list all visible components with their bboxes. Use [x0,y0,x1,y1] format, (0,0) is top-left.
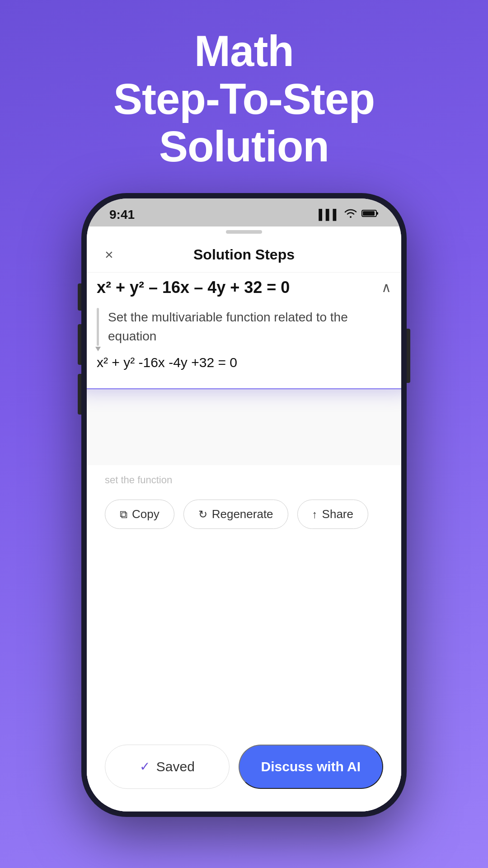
result-equation: x² + y² -16x -4y +32 = 0 [97,355,391,370]
expanded-equation: x² + y² – 16x – 4y + 32 = 0 [97,278,290,297]
status-icons: ▌▌▌ [319,208,379,221]
copy-icon: ⧉ [120,508,127,521]
phone-side-volume-up [78,324,81,365]
saved-button[interactable]: ✓ Saved [105,745,230,789]
explanation-block: Set the multivariable function related t… [97,308,391,346]
below-card-label: set the function [105,474,383,491]
bottom-buttons: ✓ Saved Discuss with AI [87,731,401,811]
phone-side-volume-silent [78,283,81,311]
action-buttons: ⧉ Copy ↻ Regenerate ↑ Share [105,500,383,529]
regenerate-label: Regenerate [212,507,273,521]
status-time: 9:41 [109,208,135,222]
share-label: Share [322,507,353,521]
sheet-content: × Solution Steps x² + y² -16x -4y +32 = … [87,237,401,811]
pill-notch [87,226,401,237]
expanded-card: x² + y² – 16x – 4y + 32 = 0 ∧ Set the mu… [87,273,401,389]
regenerate-button[interactable]: ↻ Regenerate [183,500,288,529]
phone-inner: 9:41 ▌▌▌ [87,198,401,811]
copy-button[interactable]: ⧉ Copy [105,500,174,529]
regenerate-icon: ↻ [198,508,207,521]
discuss-ai-button[interactable]: Discuss with AI [239,745,383,789]
steps-area: x² + y² -16x -4y +32 = 0 ∨ set the funct… [87,273,401,466]
wifi-icon [344,208,357,221]
check-icon: ✓ [140,759,150,774]
close-button[interactable]: × [105,246,113,263]
saved-label: Saved [156,759,195,774]
svg-rect-2 [376,212,378,215]
phone-side-volume-down [78,374,81,415]
pill [226,230,262,234]
copy-label: Copy [132,507,160,521]
phone-side-power [407,329,410,383]
content-spacer [87,538,401,731]
battery-icon [361,209,379,221]
page-title: Math Step-To-Step Solution [86,27,402,170]
signal-icon: ▌▌▌ [319,209,340,221]
expanded-header: x² + y² – 16x – 4y + 32 = 0 ∧ [97,278,391,297]
share-button[interactable]: ↑ Share [297,500,368,529]
svg-rect-1 [363,211,375,216]
status-bar: 9:41 ▌▌▌ [87,198,401,226]
discuss-label: Discuss with AI [261,759,361,774]
actions-row: set the function ⧉ Copy ↻ Regenerate ↑ S [87,465,401,538]
explanation-bar [97,308,99,346]
collapse-chevron-icon[interactable]: ∧ [381,279,391,295]
explanation-text: Set the multivariable function related t… [108,308,391,346]
phone-wrapper: 9:41 ▌▌▌ [81,193,407,817]
share-icon: ↑ [312,508,318,521]
sheet-title: Solution Steps [193,246,295,263]
sheet-header: × Solution Steps [87,237,401,273]
phone-frame: 9:41 ▌▌▌ [81,193,407,817]
